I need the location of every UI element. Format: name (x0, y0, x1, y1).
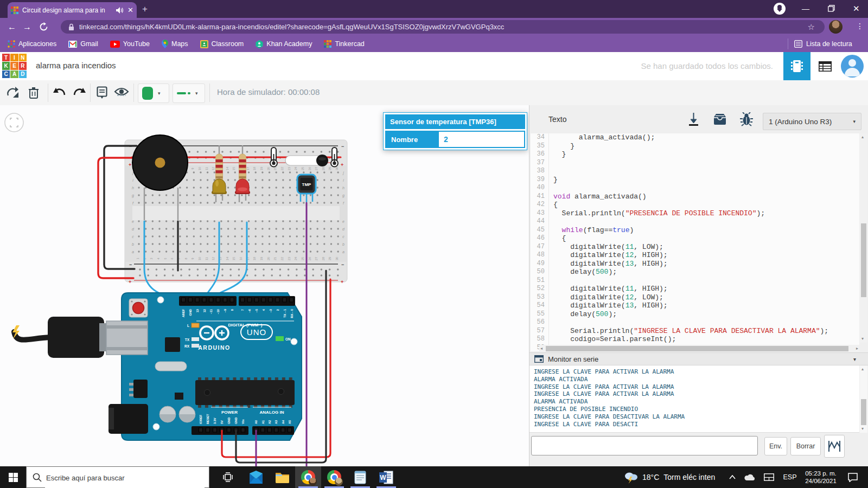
code-line[interactable]: 36 } (531, 150, 859, 159)
board-selector-dropdown[interactable]: 1 (Arduino Uno R3) ▾ (763, 113, 861, 130)
design-title[interactable]: alarma para incendios (36, 61, 116, 70)
user-avatar[interactable] (841, 55, 864, 78)
code-line[interactable]: 55 delay(500); (531, 310, 859, 319)
code-line[interactable]: 40 (531, 184, 859, 192)
scroll-right-icon[interactable]: ▸ (856, 346, 858, 351)
bookmark-youtube[interactable]: YouTube (110, 40, 150, 48)
tray-expand-button[interactable] (726, 466, 739, 488)
code-line[interactable]: 35 } (531, 142, 859, 151)
popup-name-input[interactable]: 2 (439, 132, 524, 147)
serial-monitor-header[interactable]: Monitor en serie ▾ (529, 352, 868, 365)
scroll-down-icon[interactable]: ▾ (861, 337, 864, 341)
reset-button[interactable] (129, 299, 148, 317)
code-line[interactable]: 45 while(flag==true) (531, 226, 859, 235)
scroll-thumb[interactable] (861, 223, 866, 297)
piezo-buzzer[interactable] (132, 135, 188, 190)
component-popup[interactable]: Sensor de temperatura [TMP36] Nombre 2 (383, 112, 527, 150)
window-minimize-button[interactable]: — (802, 4, 809, 13)
bookmark-gmail[interactable]: Gmail (68, 40, 98, 48)
code-line[interactable]: 47 digitalWrite(11, LOW); (531, 243, 859, 252)
code-editor[interactable]: 34 alarma_activada();35 }36 }373839}4041… (531, 133, 859, 351)
view-toggle-button[interactable] (114, 85, 129, 100)
notes-button[interactable] (94, 85, 110, 100)
bookmark-aplicaciones[interactable]: Aplicaciones (8, 40, 56, 48)
code-line[interactable]: 46 { (531, 234, 859, 243)
code-line[interactable]: 53 digitalWrite(12, LOW); (531, 293, 859, 302)
taskbar-mail[interactable] (243, 466, 269, 488)
serial-vscrollbar[interactable]: ▴ ▾ (860, 365, 867, 433)
code-line[interactable]: 38 (531, 167, 859, 176)
browser-avatar[interactable] (829, 20, 843, 34)
serial-graph-button[interactable] (824, 435, 845, 458)
redo-button[interactable] (72, 85, 87, 100)
delete-button[interactable] (26, 85, 41, 100)
scroll-up-icon[interactable]: ▴ (861, 367, 864, 371)
digital-header-left[interactable] (179, 296, 237, 306)
thermometer-icon-left[interactable] (270, 147, 277, 167)
tab-audio-icon[interactable] (116, 7, 123, 14)
taskbar-word[interactable]: W (373, 466, 399, 488)
serial-input[interactable] (531, 436, 758, 455)
language-indicator[interactable]: ESP (780, 466, 800, 488)
scroll-thumb[interactable] (861, 399, 866, 425)
scroll-thumb[interactable] (546, 346, 848, 351)
new-tab-button[interactable]: + (142, 4, 148, 15)
bookmark-maps[interactable]: Maps (162, 40, 188, 48)
undo-button[interactable] (52, 85, 67, 100)
action-center-button[interactable] (842, 466, 864, 488)
taskbar-chrome-active[interactable] (295, 466, 321, 488)
scroll-left-icon[interactable]: ◂ (540, 346, 542, 351)
code-line[interactable]: 43 Serial.println("PRESENCIA DE POSIBLE … (531, 209, 859, 218)
code-line[interactable]: 39} (531, 176, 859, 184)
window-restore-button[interactable] (828, 5, 835, 12)
bookmark-tinkercad[interactable]: TINKERCAD Tinkercad (324, 40, 364, 48)
code-line[interactable]: 51 (531, 277, 859, 285)
scroll-down-icon[interactable]: ▾ (861, 427, 864, 431)
code-line[interactable]: 34 alarma_activada(); (531, 133, 859, 142)
arduino-uno[interactable]: AREFGND1312~11~10~987~6~54~32TX→1RX←0 DI… (12, 293, 302, 440)
wire-style-picker[interactable]: ▾ (173, 84, 205, 103)
list-view-button[interactable] (813, 52, 838, 80)
code-line[interactable]: 49 digitalWrite(13, HIGH); (531, 260, 859, 268)
code-hscrollbar[interactable]: ◂ ▸ (539, 345, 859, 352)
code-line[interactable]: 50 delay(500); (531, 268, 859, 277)
serial-send-button[interactable]: Env. (764, 437, 787, 455)
code-line[interactable]: 48 digitalWrite(12, HIGH); (531, 251, 859, 260)
clock[interactable]: 05:23 p. m. 24/06/2021 (801, 466, 841, 488)
bookmark-star-icon[interactable]: ☆ (808, 22, 815, 32)
code-line[interactable]: 44 (531, 217, 859, 226)
usb-cable[interactable] (12, 317, 117, 358)
browser-tab[interactable]: TINKERCAD Circuit design alarma para in … (8, 2, 137, 18)
browser-menu-icon[interactable]: ⋮ (856, 22, 864, 30)
code-line[interactable]: 37 (531, 159, 859, 168)
weather-widget[interactable]: 18°C Torm eléc inten (624, 466, 724, 488)
code-line[interactable]: 41void alarma_activada() (531, 192, 859, 201)
code-line[interactable]: 58 codigo=Serial.parseInt(); (531, 335, 859, 344)
code-line[interactable]: 56 (531, 318, 859, 327)
back-icon[interactable]: ← (4, 22, 20, 32)
zoom-to-fit-button[interactable] (5, 113, 23, 132)
bookmark-khan[interactable]: Khan Academy (256, 40, 312, 48)
thermometer-icon-right[interactable] (331, 147, 338, 167)
circuit-canvas[interactable]: −− ++ −− ++ 1122334455667788991010111112… (0, 105, 529, 466)
tmp36-sensor[interactable]: TMP (297, 175, 316, 202)
start-button[interactable] (0, 466, 26, 488)
reading-list-button[interactable]: Lista de lectura (794, 36, 852, 52)
search-input[interactable] (45, 467, 205, 488)
code-line[interactable]: 52 digitalWrite(11, HIGH); (531, 285, 859, 293)
code-mode-label[interactable]: Texto (548, 115, 566, 124)
thermistor[interactable] (285, 155, 328, 166)
serial-clear-button[interactable]: Borrar (790, 437, 821, 455)
tab-close-icon[interactable]: ✕ (127, 6, 133, 14)
taskbar-notepad[interactable] (347, 466, 373, 488)
color-picker[interactable]: ▾ (138, 84, 169, 103)
serial-output[interactable]: INGRESE LA CLAVE PARA ACTIVAR LA ALARMAA… (529, 365, 859, 433)
code-line[interactable]: 42{ (531, 201, 859, 209)
onedrive-tray-icon[interactable] (742, 466, 757, 488)
rotate-button[interactable] (5, 85, 21, 100)
forward-icon[interactable]: → (20, 22, 35, 32)
window-close-button[interactable]: ✕ (853, 4, 860, 14)
tinkercad-logo[interactable]: TINKERCAD (2, 54, 27, 78)
touch-keyboard-tray-icon[interactable] (761, 466, 777, 488)
taskbar-explorer[interactable] (269, 466, 295, 488)
